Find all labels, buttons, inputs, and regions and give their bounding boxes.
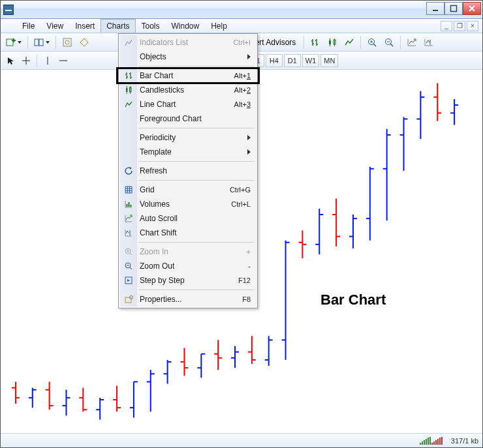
timeframe-w1[interactable]: W1 bbox=[302, 54, 320, 67]
candlestick-icon bbox=[123, 85, 134, 95]
mdi-close[interactable]: × bbox=[467, 21, 478, 31]
menuitem-zoom-in: Zoom In+ bbox=[120, 245, 256, 259]
mdi-minimize[interactable]: _ bbox=[441, 21, 452, 31]
menuitem-grid[interactable]: GridCtrl+G bbox=[120, 183, 256, 197]
crosshair-button[interactable] bbox=[19, 53, 33, 68]
menuitem-line-chart[interactable]: Line ChartAlt+3 bbox=[120, 97, 256, 112]
svg-rect-99 bbox=[131, 205, 132, 207]
submenu-arrow-icon bbox=[247, 135, 251, 140]
close-button[interactable] bbox=[463, 2, 481, 15]
zoomin-icon bbox=[123, 246, 134, 257]
chartshift-toolbar-button[interactable] bbox=[421, 35, 437, 50]
step-icon bbox=[123, 275, 134, 286]
zoom-out-button[interactable] bbox=[381, 35, 397, 50]
menuitem-shortcut: F12 bbox=[238, 276, 251, 284]
profiles-button[interactable] bbox=[31, 35, 52, 50]
hline-button[interactable] bbox=[56, 53, 70, 68]
indicators-icon bbox=[123, 37, 134, 48]
transfer-status: 317/1 kb bbox=[451, 437, 478, 445]
refresh-icon bbox=[123, 166, 134, 176]
menuitem-label: Periodicity bbox=[140, 133, 247, 142]
app-icon bbox=[3, 5, 14, 15]
svg-rect-3 bbox=[35, 39, 39, 46]
menuitem-volumes[interactable]: VolumesCtrl+L bbox=[120, 197, 256, 211]
menuitem-template[interactable]: Template bbox=[120, 145, 256, 159]
menuitem-foreground-chart[interactable]: Foreground Chart bbox=[120, 112, 256, 126]
autoscroll-toolbar-button[interactable] bbox=[404, 35, 420, 50]
menubar: File View Insert Charts Tools Window Hel… bbox=[1, 19, 482, 33]
navigator-button[interactable] bbox=[76, 35, 92, 50]
doc-icon bbox=[3, 21, 14, 31]
svg-rect-103 bbox=[125, 297, 131, 303]
menu-charts[interactable]: Charts bbox=[101, 19, 135, 33]
svg-rect-98 bbox=[129, 202, 130, 207]
menuitem-label: Line Chart bbox=[140, 100, 234, 109]
timeframe-h4[interactable]: H4 bbox=[266, 54, 283, 67]
connection-indicator bbox=[420, 437, 446, 445]
timeframe-d1[interactable]: D1 bbox=[284, 54, 301, 67]
menuitem-label: Indicators List bbox=[140, 38, 233, 47]
new-chart-button[interactable] bbox=[3, 35, 24, 50]
minimize-button[interactable] bbox=[426, 2, 444, 15]
submenu-arrow-icon bbox=[247, 54, 251, 59]
svg-rect-4 bbox=[39, 39, 43, 46]
statusbar: 317/1 kb bbox=[1, 433, 482, 447]
maximize-button[interactable] bbox=[444, 2, 463, 15]
vline-button[interactable] bbox=[40, 53, 55, 68]
menuitem-chart-shift[interactable]: Chart Shift bbox=[120, 226, 256, 240]
menuitem-label: Volumes bbox=[140, 200, 231, 209]
submenu-arrow-icon bbox=[247, 149, 251, 155]
menuitem-shortcut: + bbox=[247, 248, 251, 256]
mdi-controls: _ ❐ × bbox=[441, 19, 478, 33]
zoomout-icon bbox=[123, 261, 134, 271]
menuitem-label: Template bbox=[140, 147, 247, 157]
window-controls bbox=[426, 2, 481, 15]
menu-insert[interactable]: Insert bbox=[69, 19, 101, 33]
line-chart-button[interactable] bbox=[341, 35, 357, 50]
svg-rect-97 bbox=[127, 204, 128, 207]
candlestick-button[interactable] bbox=[324, 35, 340, 50]
properties-icon bbox=[123, 294, 134, 305]
menu-window[interactable]: Window bbox=[166, 19, 206, 33]
chartshift-icon bbox=[123, 228, 134, 238]
menuitem-label: Zoom Out bbox=[140, 261, 248, 271]
annotation-bar-chart: Bar Chart bbox=[320, 291, 386, 308]
menuitem-indicators-list: Indicators ListCtrl+I bbox=[120, 35, 256, 50]
menu-view[interactable]: View bbox=[40, 19, 69, 33]
menuitem-shortcut: Ctrl+L bbox=[231, 200, 251, 208]
menuitem-label: Step by Step bbox=[140, 276, 238, 285]
autoscroll-icon bbox=[123, 213, 134, 224]
cursor-button[interactable] bbox=[3, 53, 18, 68]
menuitem-properties[interactable]: Properties...F8 bbox=[120, 292, 256, 306]
menuitem-periodicity[interactable]: Periodicity bbox=[120, 130, 256, 145]
menuitem-label: Zoom In bbox=[140, 247, 247, 256]
mdi-restore[interactable]: ❐ bbox=[454, 21, 465, 31]
timeframe-mn[interactable]: MN bbox=[320, 54, 338, 67]
menuitem-step-by-step[interactable]: Step by StepF12 bbox=[120, 273, 256, 288]
svg-rect-1 bbox=[451, 6, 457, 12]
menuitem-shortcut: - bbox=[248, 262, 251, 270]
menuitem-candlesticks[interactable]: CandlesticksAlt+2 bbox=[120, 83, 256, 97]
menuitem-label: Objects bbox=[140, 52, 247, 61]
menuitem-label: Candlesticks bbox=[140, 85, 234, 95]
menuitem-shortcut: Alt+2 bbox=[234, 86, 251, 94]
menu-help[interactable]: Help bbox=[205, 19, 233, 33]
menuitem-refresh[interactable]: Refresh bbox=[120, 164, 256, 178]
line-chart-icon bbox=[123, 99, 134, 110]
menuitem-shortcut: Ctrl+G bbox=[230, 186, 251, 194]
menuitem-zoom-out[interactable]: Zoom Out- bbox=[120, 259, 256, 273]
menuitem-label: Refresh bbox=[140, 166, 251, 175]
menuitem-shortcut: F8 bbox=[242, 295, 251, 303]
menuitem-auto-scroll[interactable]: Auto Scroll bbox=[120, 211, 256, 226]
menuitem-label: Foreground Chart bbox=[140, 114, 251, 123]
grid-icon bbox=[123, 185, 134, 195]
menu-file[interactable]: File bbox=[16, 19, 40, 33]
bar-chart-button[interactable] bbox=[307, 35, 323, 50]
menuitem-objects[interactable]: Objects bbox=[120, 50, 256, 64]
menuitem-label: Grid bbox=[140, 185, 230, 194]
menu-tools[interactable]: Tools bbox=[136, 19, 166, 33]
menuitem-bar-chart[interactable]: Bar ChartAlt+1 bbox=[120, 68, 256, 83]
zoom-in-button[interactable] bbox=[364, 35, 380, 50]
svg-rect-5 bbox=[63, 38, 71, 46]
market-watch-button[interactable] bbox=[59, 35, 75, 50]
